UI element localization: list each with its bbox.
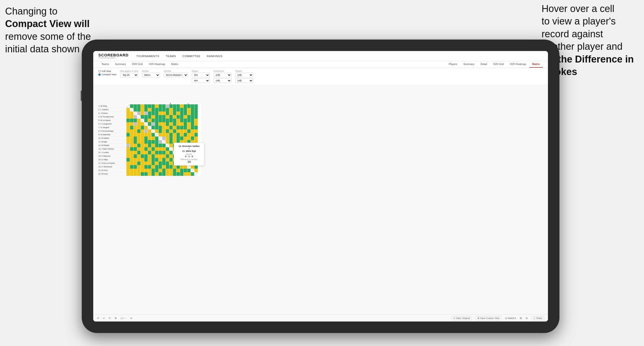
division-select[interactable]: NCAA Division I [164, 73, 188, 77]
zoom-controls[interactable]: ◻ + − [121, 317, 126, 319]
nav-links: TOURNAMENTS TEAMS COMMITTEE RANKINGS [136, 55, 223, 58]
conference-select2[interactable]: (All) [214, 78, 231, 83]
max-players-filter: Max players in view Top 25 [120, 70, 138, 77]
row-label-19: 19. D Ford [98, 169, 126, 172]
row-labels: 1. W Ding 2. L Clanton 3. J Koivun 4. M … [98, 86, 126, 176]
watch-button[interactable]: ◎ Watch ▾ [505, 317, 516, 319]
grid-row-7[interactable] [126, 126, 202, 129]
refresh-button[interactable]: ⊙ [130, 317, 132, 319]
nav-teams[interactable]: TEAMS [166, 55, 176, 58]
bottom-toolbar: ↺ ↩ ↻ ⚙ ◻ + − ⊙ ⊙ View: Original ⊞ Save … [93, 314, 548, 322]
grid-row-10[interactable] [126, 137, 202, 140]
grid-row-6[interactable] [126, 122, 202, 126]
redo-button[interactable]: ↻ [109, 317, 111, 319]
sub-tabs-top: Teams Summary H2H Grid H2H Heatmap Matri… [93, 61, 548, 68]
row-label-10: 10. B Valdes [98, 137, 126, 140]
nav-tournaments[interactable]: TOURNAMENTS [136, 55, 159, 58]
row-label-20: 20. M Ford [98, 172, 126, 176]
row-label-4: 4. M Thorbjornsen [98, 115, 126, 119]
sub-tab-summary2[interactable]: Summary [460, 61, 477, 68]
sub-tab-h2h-heatmap1[interactable]: H2H Heatmap [146, 61, 168, 68]
compact-view-radio[interactable] [98, 73, 101, 76]
col-headers: 1. W Ding 2. L Clanton 3. J Koivun 4. M … [126, 86, 202, 104]
row-label-3: 3. J Koivun [98, 112, 126, 115]
row-label-16: 16. K Villps [98, 158, 126, 162]
nav-logo: SCOREBOARD Powered by clippd [98, 53, 128, 59]
content-area: Full View Compact View Max players in vi… [93, 68, 548, 322]
view-toggle: Full View Compact View [98, 70, 116, 76]
row-label-11: 11. M Ege [98, 140, 126, 144]
grid-row-8[interactable] [126, 129, 202, 133]
players-filter: Players (All) (All) [235, 70, 253, 83]
grid-row-9[interactable] [126, 133, 202, 137]
row-label-7: 7. G Sargent [98, 126, 126, 129]
sub-tab-h2h-heatmap2[interactable]: H2H Heatmap [507, 61, 529, 68]
grid-row-20[interactable] [126, 172, 202, 176]
sub-tab-h2h-grid1[interactable]: H2H Grid [129, 61, 146, 68]
matrix-wrapper: 1. W Ding 2. L Clanton 3. J Koivun 4. M … [98, 86, 543, 176]
max-players-select[interactable]: Top 25 [120, 73, 138, 77]
grid-row-2[interactable] [126, 108, 202, 112]
tablet-side-button [81, 91, 82, 101]
grid-area: 1. W Ding 2. L Clanton 3. J Koivun 4. M … [126, 86, 202, 176]
tablet-screen: SCOREBOARD Powered by clippd TOURNAMENTS… [93, 51, 548, 322]
nav-bar: SCOREBOARD Powered by clippd TOURNAMENTS… [93, 51, 548, 61]
tablet-device: SCOREBOARD Powered by clippd TOURNAMENTS… [82, 40, 559, 333]
row-label-9: 9. N Gabrelick [98, 133, 126, 137]
row-label-5: 5. M La Sasso [98, 119, 126, 122]
save-custom-button[interactable]: ⊞ Save Custom View [476, 316, 501, 320]
sub-tab-players[interactable]: Players [446, 61, 460, 68]
full-view-option[interactable]: Full View [98, 70, 116, 72]
view-original-button[interactable]: ⊙ View: Original [451, 316, 472, 320]
row-label-14: 14. J Lundin [98, 151, 126, 154]
row-label-8: 8. P Summerhays [98, 129, 126, 133]
region-select[interactable]: N/A [192, 73, 210, 77]
sub-tab-teams[interactable]: Teams [98, 61, 112, 68]
grid-row-5[interactable] [126, 119, 202, 122]
settings-button[interactable]: ⚙ [115, 317, 117, 319]
grid-row-19[interactable] [126, 169, 202, 172]
compact-view-option[interactable]: Compact View [98, 73, 116, 76]
sub-tab-matrix2[interactable]: Matrix [529, 61, 543, 68]
grid-row-18[interactable] [126, 165, 202, 169]
grid-row-3[interactable] [126, 112, 202, 115]
row-label-15: 15. P Maichon [98, 154, 126, 158]
gender-filter: Gender Men's [142, 70, 160, 77]
gender-select[interactable]: Men's [142, 73, 160, 77]
region-select2[interactable]: N/A [192, 78, 210, 83]
annotation-left: Changing to Compact View will remove som… [5, 5, 91, 56]
layout-button[interactable]: ⊞ [520, 317, 522, 319]
step-back-button[interactable]: ↩ [103, 317, 105, 319]
row-label-13: 13. J Skov Olesen [98, 147, 126, 151]
nav-committee[interactable]: COMMITTEE [182, 55, 201, 58]
nav-rankings[interactable]: RANKINGS [207, 55, 223, 58]
region-filter: Region N/A N/A [192, 70, 210, 83]
division-filter: Division NCAA Division I [164, 70, 188, 77]
sub-tab-h2h-grid2[interactable]: H2H Grid [490, 61, 507, 68]
share-button[interactable]: ⟨⟩ Share [532, 316, 544, 320]
row-label-17: 17. S De La Fuente [98, 162, 126, 165]
players-select[interactable]: (All) [235, 73, 253, 77]
sub-tab-detail[interactable]: Detail [477, 61, 490, 68]
row-label-1: 1. W Ding [98, 104, 126, 108]
sub-tab-matrix1[interactable]: Matrix [168, 61, 181, 68]
conference-filter: Conference (All) (All) [214, 70, 231, 83]
row-label-18: 18. C Sherwood [98, 165, 126, 169]
grid-row-1[interactable] [126, 104, 202, 108]
filters-row: Full View Compact View Max players in vi… [93, 68, 548, 85]
row-label-6: 6. C Lamprecht [98, 122, 126, 126]
grid-row-4[interactable] [126, 115, 202, 119]
tooltip-popup: 10. Brendan Valdes vs 11. Mats Ege Recor… [174, 143, 204, 166]
players-select2[interactable]: (All) [235, 78, 253, 83]
full-view-radio[interactable] [98, 70, 101, 72]
conference-select[interactable]: (All) [214, 73, 231, 77]
row-label-2: 2. L Clanton [98, 108, 126, 112]
grid-button[interactable]: ⊟ [526, 317, 528, 319]
matrix-container[interactable]: 1. W Ding 2. L Clanton 3. J Koivun 4. M … [93, 85, 548, 314]
undo-button[interactable]: ↺ [97, 317, 99, 319]
sub-tab-summary1[interactable]: Summary [112, 61, 129, 68]
row-label-12: 12. M Riedel [98, 144, 126, 147]
